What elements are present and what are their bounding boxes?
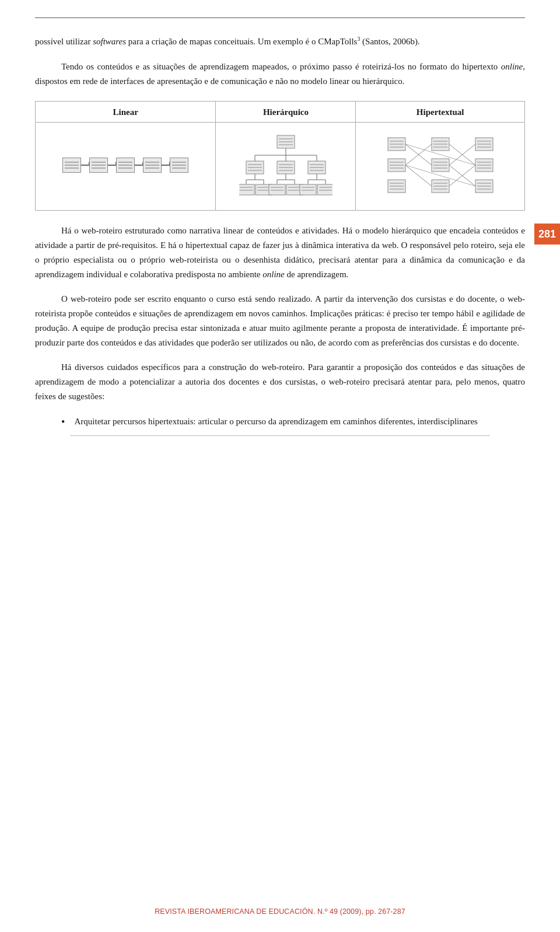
table-header-linear: Linear <box>36 102 216 123</box>
body-paragraph-1: Há o web-roteiro estruturado como narrat… <box>35 224 525 281</box>
footer: REVISTA IBEROAMERICANA DE EDUCACIÓN. N.º… <box>0 907 560 916</box>
paragraph-2: Tendo os conteúdos e as situações de apr… <box>35 60 525 89</box>
top-border <box>35 18 525 18</box>
main-content: possível utilizar softwares para a criaç… <box>35 34 525 428</box>
linear-arrow-3 <box>135 165 143 166</box>
linear-node-1 <box>62 158 81 173</box>
body-text-block: 281 Há o web-roteiro estruturado como na… <box>35 224 525 281</box>
linear-arrow-4 <box>162 165 170 166</box>
linear-node-4 <box>143 158 162 173</box>
footer-line <box>70 435 490 436</box>
page: possível utilizar softwares para a criaç… <box>0 0 560 932</box>
bullet-item-1: Arquitetar percursos hipertextuais: arti… <box>61 414 525 429</box>
footer-text: REVISTA IBEROAMERICANA DE EDUCACIÓN. N.º… <box>155 907 405 916</box>
hypertextual-diagram <box>382 133 499 197</box>
softwares-italic: softwares <box>93 37 126 46</box>
table-cell-linear-diagram <box>36 123 216 211</box>
online-italic-1: online <box>501 62 523 71</box>
body-paragraph-3: Há diversos cuidados específicos para a … <box>35 360 525 403</box>
online-italic-2: online <box>262 270 285 279</box>
svg-rect-48 <box>317 184 332 195</box>
page-number-badge: 281 <box>534 224 560 245</box>
page-number: 281 <box>538 228 556 240</box>
svg-rect-25 <box>239 184 254 195</box>
table-header-hierarquico: Hierárquico <box>216 102 356 123</box>
bullet-list: Arquitetar percursos hipertextuais: arti… <box>61 414 525 429</box>
svg-rect-35 <box>269 184 285 195</box>
svg-rect-45 <box>300 184 316 195</box>
linear-node-5 <box>170 158 188 173</box>
svg-line-90 <box>405 165 432 186</box>
linear-arrow-1 <box>81 165 89 166</box>
structure-comparison-table: Linear Hierárquico Hipertextual <box>35 101 525 211</box>
paragraph-1: possível utilizar softwares para a criaç… <box>35 34 525 49</box>
linear-arrow-2 <box>108 165 116 166</box>
table-cell-hyper-diagram <box>356 123 525 211</box>
body-paragraph-2: O web-roteiro pode ser escrito enquanto … <box>35 292 525 350</box>
table-cell-hier-diagram <box>216 123 356 211</box>
linear-node-3 <box>116 158 135 173</box>
hierarchical-diagram <box>239 133 332 197</box>
linear-diagram <box>45 158 206 173</box>
linear-node-2 <box>89 158 108 173</box>
table-header-hipertextual: Hipertextual <box>356 102 525 123</box>
